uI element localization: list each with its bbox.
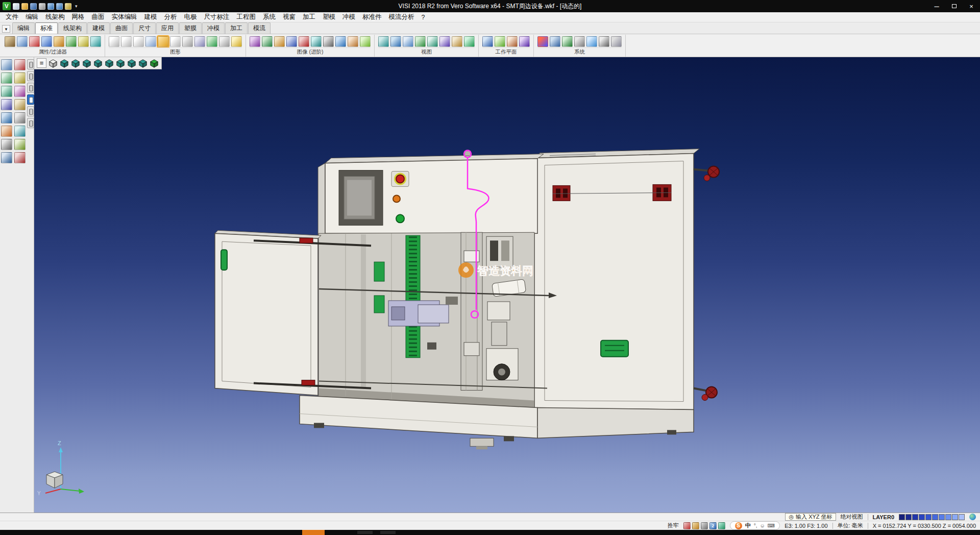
toolbar-icon[interactable] [219, 36, 230, 47]
toolbar-icon[interactable] [78, 36, 89, 47]
red-knob-bottom[interactable] [694, 387, 717, 401]
toolbar-icon[interactable] [262, 36, 273, 47]
side-tool-icon[interactable] [14, 86, 26, 97]
ime-tool-icon[interactable]: °, [754, 523, 757, 528]
workplane-slot-button[interactable] [27, 83, 34, 93]
toolbar-icon[interactable] [415, 36, 426, 47]
customize-quick-access-icon[interactable]: ▾ [74, 4, 79, 9]
viewport-3d[interactable]: ≡ [34, 57, 980, 513]
side-tool-icon[interactable] [1, 59, 12, 70]
ribbon-tab[interactable]: 曲面 [110, 22, 133, 34]
toolbar-icon[interactable] [194, 36, 205, 47]
toolbar-icon[interactable] [439, 36, 450, 47]
toolbar-icon[interactable] [29, 36, 40, 47]
color-swatch[interactable] [899, 514, 905, 520]
toolbar-icon[interactable] [133, 36, 144, 47]
quick-access-icon[interactable] [39, 3, 45, 10]
menu-item[interactable]: 冲模 [339, 12, 359, 22]
ribbon-tab[interactable]: 冲模 [202, 22, 225, 34]
workplane-slot-button[interactable] [27, 59, 34, 69]
orange-indicator-button[interactable] [393, 195, 400, 202]
toolbar-icon[interactable] [54, 36, 64, 47]
view-cube-button[interactable] [149, 58, 159, 68]
view-mode-label[interactable]: 绝对视图 [841, 513, 863, 521]
toolbar-icon[interactable] [390, 36, 401, 47]
toolbar-icon[interactable] [145, 36, 156, 47]
menu-item[interactable]: ? [418, 13, 429, 21]
tray-icon[interactable] [692, 522, 699, 529]
view-cube-button[interactable] [48, 58, 58, 68]
ribbon-tab[interactable]: 标准 [35, 22, 58, 34]
quick-access-icon[interactable] [21, 3, 28, 10]
side-tool-icon[interactable] [1, 99, 12, 110]
toolbar-icon[interactable] [41, 36, 52, 47]
toolbar-icon[interactable] [550, 36, 560, 47]
toolbar-icon[interactable] [403, 36, 413, 47]
toolbar-icon[interactable] [66, 36, 77, 47]
taskbar-item[interactable] [380, 531, 396, 534]
color-swatch[interactable] [932, 514, 938, 520]
menu-item[interactable]: 线架构 [42, 12, 68, 22]
toolbar-icon[interactable] [286, 36, 297, 47]
menu-item[interactable]: 建模 [141, 12, 161, 22]
upper-cabinet[interactable] [318, 154, 544, 237]
minimize-button[interactable]: ─ [928, 0, 945, 12]
toolbar-icon[interactable] [311, 36, 322, 47]
ribbon-tab[interactable]: 应用 [156, 22, 179, 34]
color-swatch[interactable] [952, 514, 958, 520]
quick-access-icon[interactable] [65, 3, 71, 10]
toolbar-icon[interactable] [158, 36, 168, 47]
tray-icon[interactable] [701, 522, 708, 529]
toolbar-icon[interactable] [537, 36, 548, 47]
ime-tool-icon[interactable]: ⌨ [768, 523, 775, 528]
machine-model[interactable]: 智造资料网 [34, 57, 980, 513]
quick-access-icon[interactable] [13, 3, 19, 10]
ime-tool-icon[interactable]: ☺ [760, 523, 765, 528]
view-cube-button[interactable] [93, 58, 103, 68]
side-tool-icon[interactable] [1, 126, 12, 137]
toolbar-icon[interactable] [574, 36, 585, 47]
toolbar-icon[interactable] [427, 36, 438, 47]
toolbar-icon[interactable] [586, 36, 597, 47]
taskbar-app-indicator[interactable] [302, 530, 325, 535]
toolbar-icon[interactable] [5, 36, 15, 47]
menu-item[interactable]: 模流分析 [385, 12, 418, 22]
red-knob-top[interactable] [694, 166, 719, 181]
view-menu-icon[interactable]: ≡ [37, 58, 46, 68]
color-swatch[interactable] [945, 514, 951, 520]
menu-item[interactable]: 分析 [161, 12, 181, 22]
menu-item[interactable]: 尺寸标注 [201, 12, 233, 22]
view-cube-button[interactable] [127, 58, 136, 68]
side-tool-icon[interactable] [1, 152, 12, 163]
workplane-slot-button[interactable] [27, 94, 34, 105]
workplane-slot-button[interactable] [27, 71, 34, 81]
windows-taskbar[interactable] [0, 530, 980, 535]
view-cube-button[interactable] [104, 58, 114, 68]
quick-access-icon[interactable] [30, 3, 37, 10]
ribbon-tab[interactable]: 尺寸 [133, 22, 156, 34]
sogou-logo-icon[interactable]: S [735, 522, 742, 529]
toolbar-icon[interactable] [299, 36, 309, 47]
emergency-stop-button[interactable] [391, 171, 409, 186]
tab-dropdown-icon[interactable]: ▾ [2, 25, 10, 33]
toolbar-icon[interactable] [182, 36, 193, 47]
ime-toolbar[interactable]: S 中 °,☺⌨ [730, 521, 780, 530]
side-tool-icon[interactable] [14, 112, 26, 124]
toolbar-icon[interactable] [90, 36, 101, 47]
globe-icon[interactable] [969, 514, 976, 520]
menu-item[interactable]: 视窗 [279, 12, 299, 22]
view-cube-button[interactable] [70, 58, 80, 68]
side-tool-icon[interactable] [1, 112, 12, 124]
side-tool-icon[interactable] [14, 99, 26, 110]
coordinate-input-hint[interactable]: ◎ 输入 XYZ 坐标 [785, 513, 836, 521]
active-layer-label[interactable]: LAYER0 [873, 514, 894, 520]
view-cube-button[interactable] [82, 58, 91, 68]
ribbon-tab[interactable]: 建模 [87, 22, 110, 34]
toolbar-icon[interactable] [121, 36, 132, 47]
menu-item[interactable]: 系统 [259, 12, 279, 22]
menu-item[interactable]: 工程图 [233, 12, 260, 22]
ime-language-toggle[interactable]: 中 [745, 522, 751, 529]
view-cube-button[interactable] [115, 58, 125, 68]
toolbar-icon[interactable] [378, 36, 389, 47]
toolbar-icon[interactable] [335, 36, 346, 47]
